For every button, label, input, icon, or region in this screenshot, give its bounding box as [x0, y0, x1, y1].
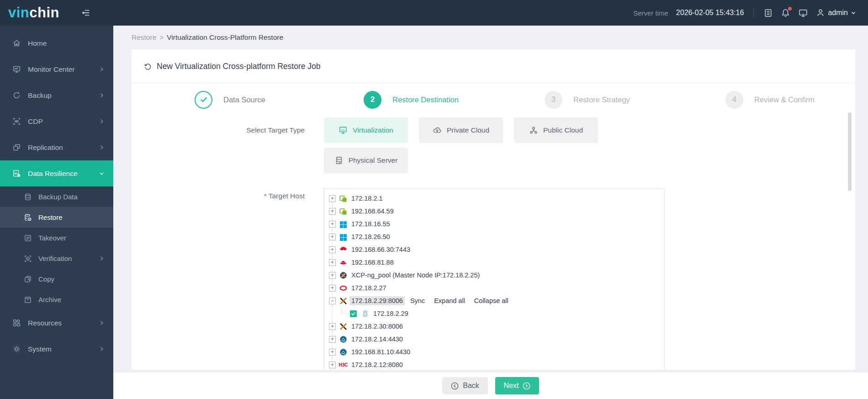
server-time-value: 2026-02-05 15:43:16 — [676, 9, 744, 17]
tree-node-label[interactable]: 192.168.81.10:4430 — [349, 347, 412, 356]
user-avatar-icon — [816, 8, 825, 17]
job-log-icon[interactable] — [763, 8, 773, 18]
wizard-stepper: Data Source 2 Restore Destination 3 Rest… — [132, 89, 855, 110]
tree-node: + 172.18.16.55 — [329, 218, 664, 230]
expand-toggle-icon[interactable]: + — [329, 259, 336, 266]
system-gear-icon — [12, 345, 21, 353]
chevron-down-icon — [851, 10, 856, 16]
sidebar-item-replication[interactable]: Replication — [0, 134, 113, 160]
target-type-public-cloud[interactable]: Public Cloud — [514, 117, 598, 143]
chevron-right-icon — [99, 320, 104, 325]
return-icon[interactable] — [143, 62, 152, 71]
collapse-all-link[interactable]: Collapse all — [474, 297, 508, 304]
expand-toggle-icon[interactable]: + — [329, 336, 336, 343]
step-review-confirm: 4 Review & Confirm — [674, 89, 855, 110]
sidebar-item-restore[interactable]: Restore — [0, 207, 113, 228]
tree-node-label[interactable]: 192.168.66.30:7443 — [349, 245, 412, 254]
expand-toggle-icon[interactable]: + — [329, 246, 336, 253]
step-restore-strategy: 3 Restore Strategy — [493, 89, 674, 110]
target-host-tree: + 172.18.2.1 + 192.168.64.59 + — [324, 188, 665, 370]
expand-toggle-icon[interactable]: + — [329, 221, 336, 228]
target-type-label-text: Public Cloud — [543, 126, 583, 134]
step-number: 3 — [545, 91, 562, 109]
step-data-source: Data Source — [132, 89, 312, 110]
user-menu[interactable]: admin — [816, 8, 856, 17]
backup-data-icon — [24, 193, 32, 201]
tree-node: + 172.18.2.27 — [329, 282, 664, 294]
vinchin-logo: vinchin — [0, 0, 59, 26]
tree-node-label[interactable]: 172.18.2.14:4430 — [349, 335, 405, 344]
target-type-private-cloud[interactable]: Private Cloud — [419, 117, 503, 143]
target-type-label-text: Private Cloud — [447, 126, 489, 134]
tree-node-label[interactable]: 192.168.81.88 — [349, 258, 396, 267]
zstack-icon — [339, 335, 348, 343]
expand-toggle-icon[interactable]: + — [329, 208, 336, 215]
sidebar-item-backup-data[interactable]: Backup Data — [0, 186, 113, 207]
tree-node-label[interactable]: 172.18.26.50 — [349, 232, 392, 241]
tree-node-label[interactable]: 172.18.2.12:8080 — [349, 360, 405, 369]
tree-node-label[interactable]: 172.18.2.30:8006 — [349, 322, 405, 331]
chevron-right-icon — [99, 67, 104, 72]
expand-toggle-icon[interactable]: + — [329, 272, 336, 279]
hyperv-icon — [339, 233, 348, 241]
breadcrumb-current: Virtualization Cross-Platform Restore — [167, 33, 283, 42]
expand-toggle-icon[interactable]: + — [329, 195, 336, 202]
expand-toggle-icon[interactable]: + — [329, 323, 336, 330]
expand-toggle-icon[interactable]: + — [329, 362, 336, 368]
notifications-bell-icon[interactable] — [781, 8, 790, 18]
console-monitor-icon[interactable] — [798, 8, 808, 18]
sidebar-item-backup[interactable]: Backup — [0, 82, 113, 108]
sidebar-item-verification[interactable]: Verification — [0, 248, 113, 269]
sidebar-item-label: Backup — [28, 91, 52, 100]
sidebar-item-resources[interactable]: Resources — [0, 310, 113, 336]
sidebar-item-data-resilience[interactable]: Data Resilience — [0, 160, 113, 186]
cdp-icon — [12, 117, 21, 126]
expand-all-link[interactable]: Expand all — [434, 297, 465, 304]
sidebar-collapse-icon[interactable] — [80, 8, 90, 18]
expand-toggle-icon[interactable]: + — [329, 349, 336, 356]
tree-node-label[interactable]: 172.18.2.29 — [371, 309, 410, 318]
step-check-icon — [195, 91, 212, 109]
sidebar-item-cdp[interactable]: CDP — [0, 108, 113, 134]
expand-toggle-icon[interactable]: + — [329, 285, 336, 292]
tree-node: + 172.18.2.30:8006 — [329, 320, 664, 333]
step-label: Restore Destination — [392, 96, 459, 104]
breadcrumb-parent[interactable]: Restore — [132, 33, 156, 42]
tree-node: + 172.18.2.14:4430 — [329, 333, 664, 346]
tree-node-label[interactable]: XCP-ng_pool (Master Node IP:172.18.2.25) — [349, 271, 482, 280]
collapse-toggle-icon[interactable]: − — [329, 298, 336, 304]
target-type-physical-server[interactable]: Physical Server — [324, 148, 408, 173]
sidebar-item-copy[interactable]: Copy — [0, 269, 113, 289]
scrollbar[interactable] — [848, 112, 852, 191]
tree-node: + 172.18.26.50 — [329, 230, 664, 243]
host-checkbox-checked[interactable] — [350, 310, 357, 317]
logo-part-vin: vin — [8, 5, 29, 21]
tree-node-label[interactable]: 172.18.2.29:8006 — [349, 296, 405, 305]
tree-node-label[interactable]: 172.18.2.27 — [349, 283, 388, 293]
tree-node: + 192.168.66.30:7443 — [329, 243, 664, 256]
sidebar-item-monitor-center[interactable]: Monitor Center — [0, 56, 113, 82]
tree-node-label[interactable]: 192.168.64.59 — [349, 207, 396, 216]
sync-link[interactable]: Sync — [410, 297, 425, 304]
sidebar-item-label: Monitor Center — [28, 65, 75, 74]
tree-node-label[interactable]: 172.18.16.55 — [349, 219, 392, 229]
page-title: New Virtualization Cross-platform Restor… — [157, 62, 321, 71]
sidebar-item-archive[interactable]: Archive — [0, 289, 113, 310]
tree-node-label[interactable]: 172.18.2.1 — [349, 194, 385, 203]
tree-node: + 192.168.81.88 — [329, 256, 664, 269]
xcpng-pool-icon — [339, 271, 348, 279]
sidebar-item-label: Data Resilience — [28, 170, 78, 178]
host-icon — [361, 310, 370, 318]
user-name: admin — [828, 9, 848, 17]
copy-icon — [24, 275, 32, 283]
next-button[interactable]: Next — [495, 377, 539, 394]
expand-toggle-icon[interactable]: + — [329, 234, 336, 240]
sidebar-item-system[interactable]: System — [0, 336, 113, 362]
wizard-footer: Back Next — [113, 372, 868, 399]
target-type-virtualization[interactable]: vm Virtualization — [324, 117, 408, 143]
sidebar-item-home[interactable]: Home — [0, 30, 113, 56]
chevron-down-icon — [99, 171, 104, 176]
sidebar-item-takeover[interactable]: Takeover — [0, 228, 113, 248]
back-button[interactable]: Back — [442, 377, 488, 394]
chevron-right-icon — [99, 93, 104, 98]
